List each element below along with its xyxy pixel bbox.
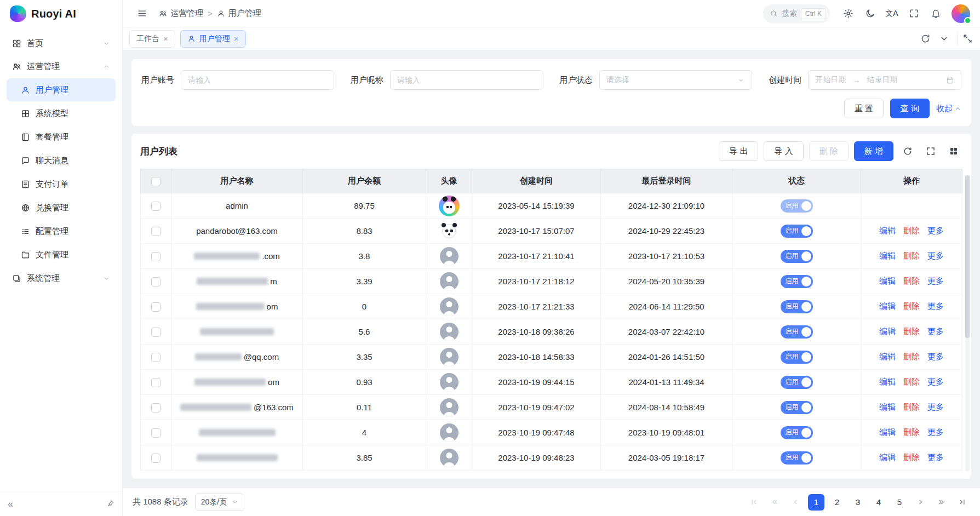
last-page-icon[interactable] bbox=[954, 494, 970, 511]
more-link[interactable]: 更多 bbox=[927, 427, 944, 437]
jump-back-icon[interactable] bbox=[766, 494, 783, 511]
tab-user-management[interactable]: 用户管理× bbox=[180, 30, 246, 48]
previous-page-icon[interactable] bbox=[787, 494, 804, 511]
status-toggle[interactable]: 启用 bbox=[781, 225, 813, 238]
edit-link[interactable]: 编辑 bbox=[879, 251, 896, 260]
breadcrumb-item-operations[interactable]: 运营管理 bbox=[159, 8, 203, 19]
page-size-select[interactable]: 20条/页 bbox=[195, 494, 244, 511]
edit-link[interactable]: 编辑 bbox=[879, 452, 896, 462]
edit-link[interactable]: 编辑 bbox=[879, 301, 896, 311]
status-toggle[interactable]: 启用 bbox=[781, 351, 813, 364]
page-button-5[interactable]: 5 bbox=[891, 494, 908, 511]
pin-icon[interactable] bbox=[106, 500, 114, 508]
status-toggle[interactable]: 启用 bbox=[781, 401, 813, 414]
filter-input-0[interactable] bbox=[181, 70, 334, 90]
more-link[interactable]: 更多 bbox=[927, 402, 944, 411]
row-checkbox[interactable] bbox=[151, 252, 161, 261]
delete-link[interactable]: 删除 bbox=[903, 352, 920, 361]
status-toggle[interactable]: 启用 bbox=[781, 376, 813, 389]
delete-link[interactable]: 删除 bbox=[903, 251, 920, 260]
delete-link[interactable]: 删除 bbox=[903, 402, 920, 411]
status-toggle[interactable]: 启用 bbox=[781, 325, 813, 339]
sidebar-item-system[interactable]: 系统管理 bbox=[7, 267, 116, 290]
close-icon[interactable]: × bbox=[163, 35, 168, 43]
refresh-icon[interactable] bbox=[917, 31, 933, 47]
collapse-filter-link[interactable]: 收起 bbox=[936, 104, 961, 114]
sidebar-item-file-management[interactable]: 文件管理 bbox=[7, 243, 116, 266]
row-checkbox[interactable] bbox=[151, 428, 161, 438]
export-button[interactable]: 导 出 bbox=[719, 141, 758, 161]
hamburger-menu-icon[interactable] bbox=[133, 4, 151, 23]
delete-link[interactable]: 删除 bbox=[903, 301, 920, 311]
more-link[interactable]: 更多 bbox=[927, 326, 944, 336]
delete-link[interactable]: 删除 bbox=[903, 377, 920, 386]
reset-button[interactable]: 重 置 bbox=[844, 99, 884, 118]
edit-link[interactable]: 编辑 bbox=[879, 276, 896, 285]
delete-link[interactable]: 删除 bbox=[903, 226, 920, 235]
delete-button[interactable]: 删 除 bbox=[809, 141, 849, 161]
page-button-4[interactable]: 4 bbox=[870, 494, 887, 511]
add-button[interactable]: 新 增 bbox=[854, 141, 893, 161]
more-link[interactable]: 更多 bbox=[927, 301, 944, 311]
global-search[interactable]: 搜索 Ctrl K bbox=[763, 4, 830, 23]
status-toggle[interactable]: 启用 bbox=[781, 250, 813, 263]
row-checkbox[interactable] bbox=[151, 227, 161, 236]
sidebar-collapse-button[interactable]: « bbox=[8, 499, 13, 509]
search-button[interactable]: 查 询 bbox=[890, 99, 930, 118]
more-link[interactable]: 更多 bbox=[927, 226, 944, 235]
sidebar-item-home[interactable]: 首页 bbox=[7, 32, 116, 55]
layout-expand-icon[interactable] bbox=[957, 31, 973, 47]
filter-daterange-3[interactable]: 开始日期→结束日期 bbox=[808, 70, 961, 90]
edit-link[interactable]: 编辑 bbox=[879, 377, 896, 386]
vertical-scrollbar[interactable] bbox=[965, 175, 970, 471]
sidebar-item-chat-messages[interactable]: 聊天消息 bbox=[7, 149, 116, 172]
edit-link[interactable]: 编辑 bbox=[879, 402, 896, 411]
status-toggle[interactable]: 启用 bbox=[781, 426, 813, 439]
row-checkbox[interactable] bbox=[151, 454, 161, 463]
import-button[interactable]: 导 入 bbox=[764, 141, 803, 161]
refresh-icon[interactable] bbox=[899, 142, 916, 160]
delete-link[interactable]: 删除 bbox=[903, 427, 920, 437]
edit-link[interactable]: 编辑 bbox=[879, 326, 896, 336]
row-checkbox[interactable] bbox=[151, 202, 161, 211]
sidebar-item-operations[interactable]: 运营管理 bbox=[7, 55, 116, 78]
breadcrumb-item-user-management[interactable]: 用户管理 bbox=[217, 8, 261, 19]
edit-link[interactable]: 编辑 bbox=[879, 226, 896, 235]
delete-link[interactable]: 删除 bbox=[903, 326, 920, 336]
delete-link[interactable]: 删除 bbox=[903, 452, 920, 462]
sidebar-item-config-management[interactable]: 配置管理 bbox=[7, 220, 116, 243]
tab-workbench[interactable]: 工作台× bbox=[129, 30, 175, 48]
language-translate-icon[interactable]: 文A bbox=[882, 4, 901, 23]
sidebar-item-exchange-management[interactable]: 兑换管理 bbox=[7, 196, 116, 219]
edit-link[interactable]: 编辑 bbox=[879, 427, 896, 437]
settings-gear-icon[interactable] bbox=[839, 4, 857, 23]
filter-select-2[interactable]: 请选择 bbox=[599, 70, 753, 90]
sidebar-item-system-model[interactable]: 系统模型 bbox=[7, 102, 116, 125]
sidebar-item-payment-orders[interactable]: 支付订单 bbox=[7, 173, 116, 196]
column-settings-grid-icon[interactable] bbox=[945, 142, 962, 160]
row-checkbox[interactable] bbox=[151, 328, 161, 337]
close-icon[interactable]: × bbox=[234, 35, 239, 43]
sidebar-item-package-management[interactable]: 套餐管理 bbox=[7, 125, 116, 148]
delete-link[interactable]: 删除 bbox=[903, 276, 920, 285]
scrollbar-thumb[interactable] bbox=[965, 175, 970, 338]
edit-link[interactable]: 编辑 bbox=[879, 352, 896, 361]
page-button-2[interactable]: 2 bbox=[829, 494, 845, 511]
status-toggle[interactable]: 启用 bbox=[781, 451, 813, 465]
more-link[interactable]: 更多 bbox=[927, 377, 944, 386]
dark-mode-moon-icon[interactable] bbox=[861, 4, 879, 23]
status-toggle[interactable]: 启用 bbox=[781, 275, 813, 288]
status-toggle[interactable]: 启用 bbox=[781, 300, 813, 313]
jump-forward-icon[interactable] bbox=[933, 494, 949, 511]
next-page-icon[interactable] bbox=[912, 494, 929, 511]
row-checkbox[interactable] bbox=[151, 353, 161, 362]
more-link[interactable]: 更多 bbox=[927, 452, 944, 462]
fullscreen-icon[interactable] bbox=[922, 142, 939, 160]
status-toggle[interactable]: 启用 bbox=[781, 199, 813, 213]
row-checkbox[interactable] bbox=[151, 277, 161, 286]
more-link[interactable]: 更多 bbox=[927, 352, 944, 361]
page-button-1[interactable]: 1 bbox=[808, 494, 824, 511]
page-button-3[interactable]: 3 bbox=[850, 494, 866, 511]
sidebar-item-user-management[interactable]: 用户管理 bbox=[7, 78, 116, 101]
filter-input-1[interactable] bbox=[390, 70, 543, 90]
